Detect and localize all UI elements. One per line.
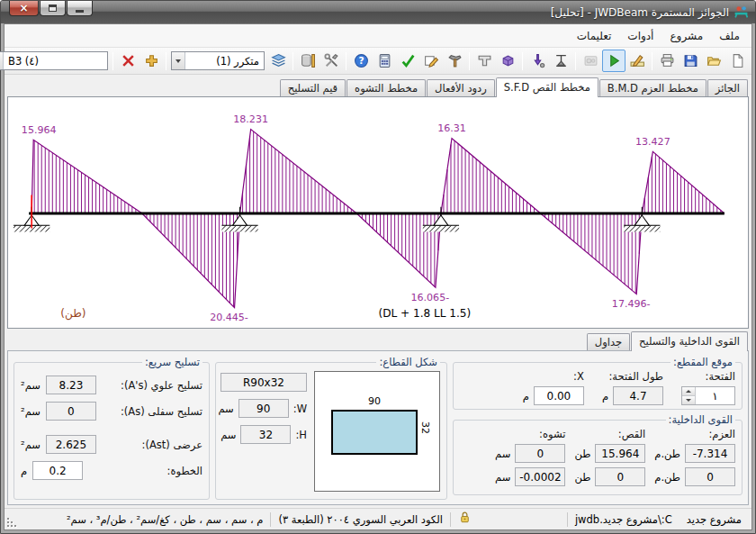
transverse-reinforcement-row: عرضى (Ast): 2.625 سم² xyxy=(21,435,202,454)
sfd-value-label: -17.496 xyxy=(612,298,651,310)
units-status: م ، سم ، سم ، طن ، كغ/سم² ، طن/م³ ، سم² xyxy=(7,512,270,527)
deflection-max-value: 0 xyxy=(515,444,565,463)
menu-help[interactable]: تعليمات xyxy=(569,26,620,46)
x-position-input[interactable]: 0.00 xyxy=(534,386,584,405)
shear-max-value: 15.964 xyxy=(595,444,645,463)
chart-unit-label: (طن) xyxy=(60,307,86,321)
shear-min-value: 0 xyxy=(595,467,645,486)
support-symbol xyxy=(221,207,257,232)
sfd-value-label: 13.427 xyxy=(635,136,670,148)
diagram-tabs: الجائزمخطط العزم B.M.Dمخطط القص S.F.Dردو… xyxy=(4,77,752,96)
design-drawing-icon[interactable] xyxy=(626,50,649,72)
tab-bmd[interactable]: مخطط العزم B.M.D xyxy=(599,79,706,96)
t-beam-icon[interactable] xyxy=(472,50,496,72)
restore-icon xyxy=(49,5,57,12)
minimize-button[interactable] xyxy=(67,1,93,16)
section-shape-title: شكل القطاع: xyxy=(376,356,440,368)
section-height-field: 32 xyxy=(240,425,291,444)
span-spinner[interactable]: ١ xyxy=(681,386,735,405)
x-position-field: X: 0.00 م xyxy=(523,370,584,405)
tab-deformation[interactable]: مخطط التشوه xyxy=(346,79,426,96)
delete-beam-button[interactable] xyxy=(116,50,140,72)
open-folder-icon[interactable] xyxy=(702,50,725,72)
menu-tools[interactable]: أدوات xyxy=(619,26,662,46)
span-length-field: طول الفتحة: 4.7 م xyxy=(602,370,663,405)
section-location-title: موقع المقطع: xyxy=(670,356,735,368)
add-beam-button[interactable] xyxy=(140,50,163,72)
moment-min-value: 0 xyxy=(685,467,735,486)
sfd-span-hatch xyxy=(243,131,438,286)
jwdbeam-logo-icon xyxy=(734,5,749,20)
check-icon[interactable] xyxy=(396,50,419,72)
moment-column: العزم: -7.314طن.م 0طن.م xyxy=(654,428,735,491)
tab-reinforcement-values[interactable]: قيم التسليح xyxy=(280,79,346,96)
section-width-dim: 90 xyxy=(331,395,418,407)
new-document-icon[interactable] xyxy=(725,50,749,72)
bottom-reinforcement-row: تسليح سفلى (As): 0 سم² xyxy=(21,402,202,421)
toolbar-separator xyxy=(346,52,346,70)
close-button[interactable]: × xyxy=(9,1,39,16)
section-height-dim: 32 xyxy=(419,421,431,434)
layers-icon[interactable] xyxy=(266,50,290,72)
tab-beam[interactable]: الجائز xyxy=(707,79,748,96)
restore-button[interactable] xyxy=(40,1,66,16)
tab-internal-forces[interactable]: القوى الداخلية والتسليح xyxy=(631,331,748,351)
toolbar-separator xyxy=(469,52,470,70)
edit-section-icon[interactable] xyxy=(419,50,443,72)
hammer-icon[interactable] xyxy=(443,50,466,72)
sfd-value-label: 15.964 xyxy=(22,124,57,136)
menu-file[interactable]: ملف xyxy=(711,26,748,46)
span-length-value: 4.7 xyxy=(613,386,663,405)
spinner-up-button[interactable] xyxy=(682,387,695,396)
sfd-value-label: -16.065 xyxy=(411,291,450,303)
tab-tables[interactable]: جداول xyxy=(587,333,630,350)
toolbar-separator xyxy=(292,52,293,70)
chevron-down-icon[interactable] xyxy=(172,52,185,69)
column-ruler-icon[interactable] xyxy=(296,50,320,72)
support-symbol xyxy=(624,207,660,232)
shear-column: القص: 15.964طن 0طن xyxy=(574,428,645,491)
top-reinforcement-row: تسليح علوي (A's): 8.23 سم² xyxy=(21,376,202,394)
load-case-combo[interactable]: متكرر (1) xyxy=(171,51,265,70)
toolbar-separator xyxy=(166,52,166,70)
section-drawing: 90 32 xyxy=(314,371,440,492)
title-bar[interactable]: الجوائز المستمرة JWDBeam - [تحليل] × xyxy=(1,1,755,23)
menu-project[interactable]: مشروع xyxy=(662,26,711,46)
section-3d-icon[interactable] xyxy=(496,50,519,72)
resize-grip[interactable] xyxy=(7,517,17,527)
support-symbol xyxy=(423,207,459,232)
quick-reinforcement-group: تسليح سريع: تسليح علوي (A's): 8.23 سم² ت… xyxy=(14,356,210,500)
tab-sfd[interactable]: مخطط القص S.F.D xyxy=(496,77,598,97)
run-analysis-icon[interactable] xyxy=(602,50,626,72)
section-shape-group: شكل القطاع: 90 32 R90x32 W:90سم H:32سم xyxy=(215,356,447,500)
stirrup-step-input[interactable]: 0.2 xyxy=(32,461,83,480)
minimize-icon xyxy=(76,10,84,13)
toolbar-separator xyxy=(575,52,576,70)
internal-forces-group: القوى الداخلية: العزم: -7.314طن.م 0طن.م … xyxy=(453,413,742,495)
sfd-span-hatch xyxy=(644,154,721,213)
save-icon[interactable] xyxy=(679,50,702,72)
window-controls: × xyxy=(8,1,93,16)
print-icon[interactable] xyxy=(655,50,679,72)
spinner-down-button[interactable] xyxy=(682,396,695,404)
svg-text:?: ? xyxy=(358,55,364,67)
span-field: الفتحة: ١ xyxy=(681,370,735,405)
sfd-span-hatch xyxy=(34,140,237,307)
supports-icon[interactable] xyxy=(549,50,572,72)
machine-icon xyxy=(579,50,602,72)
beam-combo[interactable]: B3 (٤) xyxy=(0,51,108,70)
toolbar-separator xyxy=(522,52,523,70)
sfd-chart-area[interactable]: 15.964-20.44518.231-16.06516.31-17.49613… xyxy=(7,96,749,329)
loads-icon[interactable] xyxy=(526,50,549,72)
chevron-down-icon[interactable] xyxy=(0,52,4,69)
span-number-value: ١ xyxy=(696,387,734,404)
tab-reactions[interactable]: ردود الأفعال xyxy=(427,79,495,96)
help-icon[interactable]: ? xyxy=(349,50,373,72)
moment-max-value: -7.314 xyxy=(685,444,735,463)
tools-icon[interactable] xyxy=(320,50,343,72)
calculator-icon[interactable] xyxy=(373,50,396,72)
sfd-value-label: 18.231 xyxy=(233,113,268,125)
bottom-reinforcement-value: 0 xyxy=(46,402,96,421)
quick-reinforcement-title: تسليح سريع: xyxy=(142,356,202,368)
main-toolbar: ?متكرر (1)B3 (٤) xyxy=(4,48,752,75)
